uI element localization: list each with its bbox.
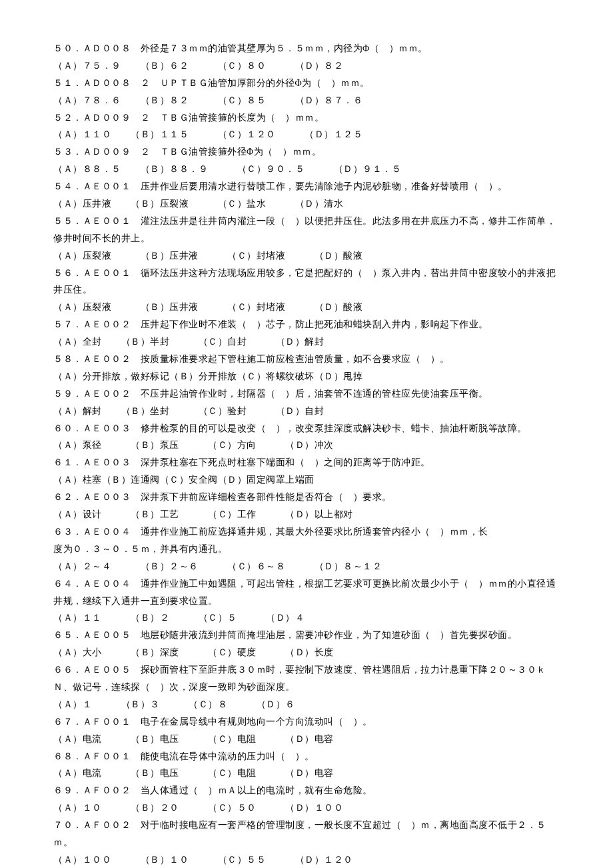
question-options: （Ａ）２～４ （Ｂ）２～６ （Ｃ）６～８ （Ｄ）８～１２ xyxy=(53,558,560,575)
question-text: ５０．ＡＤ００８ 外径是７３ｍｍ的油管其壁厚为５．５ｍｍ，内径为Φ（ ）ｍｍ。 xyxy=(53,40,560,57)
question-text: ６０．ＡＥ００３ 修井检泵的目的可以是改变（ ），改变泵挂深度或解决砂卡、蜡卡、… xyxy=(53,420,560,437)
question-text: ５６．ＡＥ００１ 循环法压井这种方法现场应用较多，它是把配好的（ ）泵入井内，替… xyxy=(53,265,560,299)
question-text: ５２．ＡＤ００９ ２ ＴＢＧ油管接箍的长度为（ ）ｍｍ。 xyxy=(53,109,560,127)
question-options: （Ａ）全封 （Ｂ）半封 （Ｃ）自封 （Ｄ）解封 xyxy=(53,333,560,351)
question-options: （Ａ）压井液 （Ｂ）压裂液 （Ｃ）盐水 （Ｄ）清水 xyxy=(53,195,560,213)
question-text: ６１．ＡＥ００３ 深井泵柱塞在下死点时柱塞下端面和（ ）之间的距离等于防冲距。 xyxy=(53,454,560,471)
question-options: （Ａ）１０ （Ｂ）２０ （Ｃ）５０ （Ｄ）１００ xyxy=(53,799,560,817)
question-text: ７０．ＡＦ００２ 对于临时接电应有一套严格的管理制度，一般长度不宜超过（ ）ｍ，… xyxy=(53,817,560,851)
question-options: （Ａ）１１ （Ｂ）２ （Ｃ）５ （Ｄ）４ xyxy=(53,609,560,627)
question-options: （Ａ）压裂液 （Ｂ）压井液 （Ｃ）封堵液 （Ｄ）酸液 xyxy=(53,299,560,316)
question-text: ６２．ＡＥ００３ 深井泵下井前应详细检查各部件性能是否符合（ ）要求。 xyxy=(53,489,560,506)
question-options: （Ａ）１ （Ｂ）３ （Ｃ）８ （Ｄ）６ xyxy=(53,696,560,713)
question-options: （Ａ）柱塞（Ｂ）连通阀（Ｃ）安全阀（Ｄ）固定阀罩上端面 xyxy=(53,471,560,489)
question-text: ６５．ＡＥ００５ 地层砂随井液流到井筒而掩埋油层，需要冲砂作业，为了知道砂面（ … xyxy=(53,627,560,644)
question-text: ５５．ＡＥ００１ 灌注法压井是往井筒内灌注一段（ ）以便把井压住。此法多用在井底… xyxy=(53,213,560,247)
question-options: （Ａ）压裂液 （Ｂ）压井液 （Ｃ）封堵液 （Ｄ）酸液 xyxy=(53,247,560,265)
question-options: （Ａ）１１０ （Ｂ）１１５ （Ｃ）１２０ （Ｄ）１２５ xyxy=(53,126,560,143)
question-options: （Ａ）设计 （Ｂ）工艺 （Ｃ）工作 （Ｄ）以上都对 xyxy=(53,506,560,523)
question-options: （Ａ）电流 （Ｂ）电压 （Ｃ）电阻 （Ｄ）电容 xyxy=(53,765,560,782)
question-text: ５３．ＡＤ００９ ２ ＴＢＧ油管接箍外径Φ为（ ）ｍｍ。 xyxy=(53,143,560,161)
question-text: ５４．ＡＥ００１ 压井作业后要用清水进行替喷工作，要先清除池子内泥砂脏物，准备好… xyxy=(53,178,560,195)
question-text: ５７．ＡＥ００２ 压井起下作业时不准装（ ）芯子，防止把死油和蜡块刮入井内，影响… xyxy=(53,316,560,333)
question-text: ６６．ＡＥ００５ 探砂面管柱下至距井底３０ｍ时，要控制下放速度、管柱遇阻后，拉力… xyxy=(53,661,560,696)
question-text: ６３．ＡＥ００４ 通井作业施工前应选择通井规，其最大外径要求比所通套管内径小（ … xyxy=(53,523,560,541)
question-text: ６９．ＡＦ００２ 当人体通过（ ）ｍＡ以上的电流时，就有生命危险。 xyxy=(53,782,560,799)
question-options: （Ａ）解封 （Ｂ）坐封 （Ｃ）验封 （Ｄ）自封 xyxy=(53,403,560,420)
question-text: ６４．ＡＥ００４ 通井作业施工中如遇阻，可起出管柱，根据工艺要求可更换比前次最少… xyxy=(53,575,560,610)
question-options: （Ａ）７８．６ （Ｂ）８２ （Ｃ）８５ （Ｄ）８７．６ xyxy=(53,92,560,109)
question-text-cont: 度为０．３～０．５ｍ，并具有内通孔。 xyxy=(53,541,560,558)
question-options: （Ａ）泵径 （Ｂ）泵压 （Ｃ）方向 （Ｄ）冲次 xyxy=(53,437,560,454)
question-options: （Ａ）电流 （Ｂ）电压 （Ｃ）电阻 （Ｄ）电容 xyxy=(53,731,560,748)
question-text: ５８．ＡＥ００２ 按质量标准要求起下管柱施工前应检查油管质量，如不合要求应（ ）… xyxy=(53,351,560,368)
question-text: ５９．ＡＥ００２ 不压井起油管作业时，封隔器（ ）后，油套管不连通的管柱应先使油… xyxy=(53,385,560,403)
question-text: ６８．ＡＦ００１ 能使电流在导体中流动的压力叫（ ）。 xyxy=(53,748,560,765)
question-options: （Ａ）大小 （Ｂ）深度 （Ｃ）硬度 （Ｄ）长度 xyxy=(53,644,560,661)
question-options: （Ａ）１００ （Ｂ）１０ （Ｃ）５５ （Ｄ）１２０ xyxy=(53,851,560,868)
question-text: ５１．ＡＤ００８ ２ ＵＰＴＢＧ油管加厚部分的外径Φ为（ ）ｍｍ。 xyxy=(53,75,560,92)
question-options: （Ａ）７５．９ （Ｂ）６２ （Ｃ）８０ （Ｄ）８２ xyxy=(53,57,560,75)
question-text: ６７．ＡＦ００１ 电子在金属导线中有规则地向一个方向流动叫（ ）。 xyxy=(53,713,560,731)
question-options: （Ａ）分开排放，做好标记（Ｂ）分开排放（Ｃ）将螺纹破坏（Ｄ）甩掉 xyxy=(53,368,560,385)
question-options: （Ａ）８８．５ （Ｂ）８８．９ （Ｃ）９０．５ （Ｄ）９１．５ xyxy=(53,161,560,178)
